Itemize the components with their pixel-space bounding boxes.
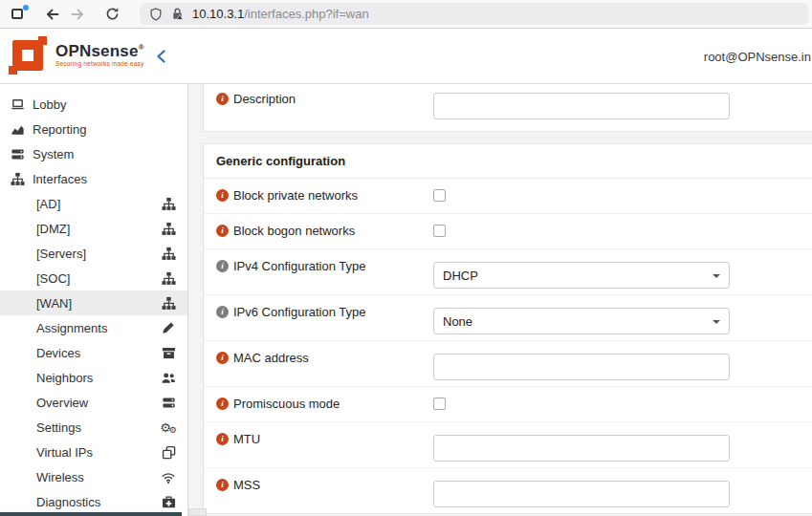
- sidebar-item-overview[interactable]: Overview: [0, 390, 187, 415]
- sidebar-item-virtual-ips[interactable]: Virtual IPs: [0, 440, 187, 464]
- sidebar-item-interfaces[interactable]: Interfaces: [0, 166, 187, 191]
- sidebar-item-label: [SOC]: [36, 271, 70, 286]
- field-label-group: iMSS: [216, 468, 433, 492]
- area-chart-icon: [10, 121, 25, 137]
- field-label: MAC address: [233, 351, 309, 365]
- medkit-icon: [161, 494, 176, 509]
- sidebar-item-label: Reporting: [33, 122, 86, 137]
- sidebar-item-diagnostics[interactable]: Diagnostics: [0, 489, 187, 514]
- field-label-group: iMTU: [216, 422, 433, 446]
- sidebar-item-label: Diagnostics: [36, 495, 100, 509]
- sidebar-item-settings[interactable]: Settings⚙⚙: [0, 415, 187, 440]
- info-icon[interactable]: i: [216, 93, 229, 105]
- notification-dot: [23, 5, 29, 11]
- field-label: IPv4 Configuration Type: [233, 259, 366, 273]
- section-header: Generic configuration: [204, 144, 812, 179]
- form-row: iDescription: [204, 84, 812, 131]
- info-icon[interactable]: i: [216, 225, 229, 237]
- info-icon[interactable]: i: [216, 189, 229, 202]
- form-row: iBlock bogon networks: [204, 214, 812, 249]
- lock-warning-icon[interactable]: [170, 7, 185, 21]
- field-label: MSS: [233, 478, 260, 492]
- sidebar-item-label: Virtual IPs: [36, 445, 93, 460]
- form-panel: Generic configurationiBlock private netw…: [203, 143, 812, 514]
- sidebar-item-dmz[interactable]: [DMZ]: [0, 216, 187, 241]
- info-icon[interactable]: i: [216, 306, 229, 318]
- sidebar-item-label: Assignments: [36, 321, 107, 335]
- sitemap-icon: [161, 221, 176, 236]
- back-icon[interactable]: [40, 3, 65, 26]
- sitemap-icon: [161, 196, 176, 211]
- url-host: 10.10.3.1: [192, 7, 244, 21]
- window-icon[interactable]: [10, 5, 29, 24]
- sidebar-item-label: Devices: [36, 346, 80, 360]
- server-icon: [10, 146, 25, 161]
- brand-name: OPNsense®: [55, 43, 144, 59]
- sidebar-item-neighbors[interactable]: Neighbors: [0, 365, 187, 390]
- mtu-input[interactable]: [433, 435, 730, 462]
- field-label-group: iIPv4 Configuration Type: [216, 249, 433, 273]
- sidebar-item-label: Overview: [36, 396, 88, 410]
- info-icon[interactable]: i: [216, 479, 229, 491]
- archive-icon: [161, 345, 176, 360]
- sidebar-item-assignments[interactable]: Assignments: [0, 315, 187, 340]
- field-label-group: iMAC address: [216, 341, 433, 365]
- ipv6-configuration-type-select[interactable]: None: [433, 308, 730, 334]
- sidebar-item-soc[interactable]: [SOC]: [0, 266, 187, 290]
- form-row: iIPv4 Configuration TypeDHCP: [204, 249, 812, 295]
- info-icon[interactable]: i: [216, 433, 229, 445]
- sidebar-item-wireless[interactable]: Wireless: [0, 464, 187, 489]
- sidebar-item-label: System: [33, 147, 74, 161]
- mac-address-input[interactable]: [433, 354, 730, 380]
- form-row: iIPv6 Configuration TypeNone: [204, 295, 812, 341]
- sidebar-item-reporting[interactable]: Reporting: [0, 117, 187, 141]
- chevron-down-icon: [713, 320, 720, 328]
- field-label: Promiscuous mode: [233, 397, 340, 411]
- field-label-group: iPromiscuous mode: [216, 387, 433, 411]
- server-icon: [161, 395, 176, 410]
- registered-mark: ®: [139, 44, 144, 53]
- form-row: iPromiscuous mode: [204, 387, 812, 422]
- sidebar-item-ad[interactable]: [AD]: [0, 191, 187, 216]
- mss-input[interactable]: [433, 481, 730, 507]
- laptop-icon: [10, 97, 25, 112]
- shield-icon[interactable]: [149, 8, 163, 21]
- sidebar-item-servers[interactable]: [Servers]: [0, 241, 187, 266]
- wifi-icon: [161, 469, 176, 484]
- browser-chrome: 10.10.3.1/interfaces.php?if=wan: [0, 0, 812, 29]
- description-input[interactable]: [433, 93, 730, 119]
- sidebar-item-system[interactable]: System: [0, 141, 187, 166]
- field-label: IPv6 Configuration Type: [233, 305, 366, 319]
- user-menu[interactable]: root@OPNsense.in: [704, 49, 811, 63]
- field-label: Block bogon networks: [233, 224, 355, 238]
- form-panel: iDescription: [203, 84, 812, 132]
- form-row: iBlock private networks: [204, 179, 812, 214]
- url-bar[interactable]: 10.10.3.1/interfaces.php?if=wan: [140, 3, 808, 25]
- block-bogon-networks-checkbox[interactable]: [433, 225, 446, 237]
- window-frame: [11, 9, 23, 19]
- opnsense-logo[interactable]: OPNsense® Securing networks made easy: [9, 36, 144, 75]
- info-icon[interactable]: i: [216, 398, 229, 410]
- ipv4-configuration-type-select[interactable]: DHCP: [433, 262, 730, 289]
- field-label: MTU: [233, 432, 260, 446]
- sidebar-item-label: Lobby: [33, 97, 66, 112]
- field-label-group: iBlock private networks: [216, 179, 433, 203]
- field-label-group: iIPv6 Configuration Type: [216, 295, 433, 319]
- form-row: iMTU: [204, 422, 812, 468]
- forward-icon[interactable]: [65, 3, 90, 26]
- pencil-icon: [161, 320, 176, 335]
- sitemap-icon: [161, 246, 176, 261]
- status-bar-strip: [0, 512, 182, 516]
- select-value: None: [443, 314, 472, 329]
- promiscuous-mode-checkbox[interactable]: [433, 398, 446, 410]
- reload-icon[interactable]: [99, 3, 124, 26]
- sidebar-item-devices[interactable]: Devices: [0, 340, 187, 365]
- sidebar-item-lobby[interactable]: Lobby: [0, 92, 187, 117]
- chevron-left-icon[interactable]: [153, 49, 168, 64]
- block-private-networks-checkbox[interactable]: [433, 189, 446, 202]
- info-icon[interactable]: i: [216, 352, 229, 364]
- sidebar-item-wan[interactable]: [WAN]: [0, 290, 187, 315]
- main-content: iDescriptionGeneric configurationiBlock …: [188, 84, 812, 516]
- info-icon[interactable]: i: [216, 260, 229, 272]
- sitemap-icon: [161, 295, 176, 311]
